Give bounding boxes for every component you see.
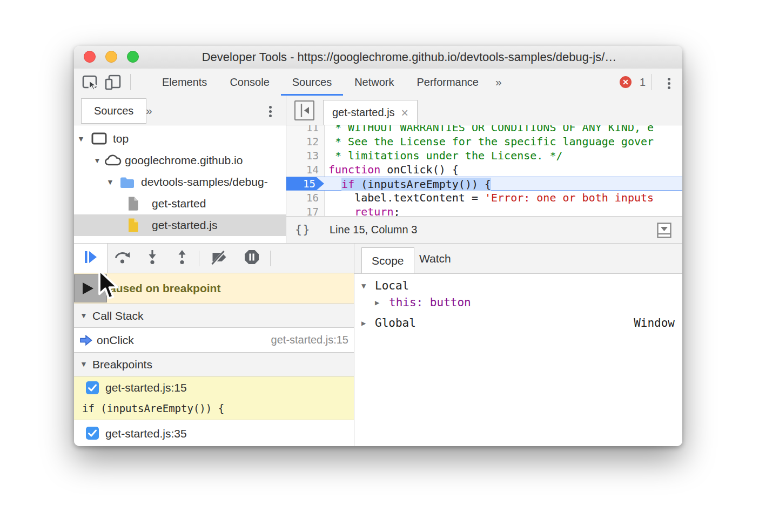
close-window-button[interactable] xyxy=(84,51,96,63)
tree-item-label: top xyxy=(113,128,129,150)
line-number[interactable]: 16 xyxy=(286,191,319,205)
collapse-triangle-icon[interactable]: ▶ xyxy=(361,315,366,331)
resume-button[interactable] xyxy=(74,244,108,273)
collapse-triangle-icon[interactable]: ▼ xyxy=(80,304,88,327)
hide-navigator-icon[interactable] xyxy=(294,100,314,120)
code-line[interactable]: 13 * limitations under the License. */ xyxy=(286,149,682,163)
collapse-triangle-icon[interactable]: ▼ xyxy=(80,353,88,376)
device-toolbar-icon[interactable] xyxy=(104,74,122,93)
execution-line-number-badge[interactable]: 15 xyxy=(286,177,324,190)
code-line[interactable]: 11 * WITHOUT WARRANTIES OR CONDITIONS OF… xyxy=(286,125,682,134)
code-line[interactable]: 12 * See the License for the specific la… xyxy=(286,134,682,149)
line-number[interactable]: 11 xyxy=(286,125,319,134)
pause-on-exceptions-button[interactable] xyxy=(244,250,260,267)
code-line-text: label.textContent = 'Error: one or both … xyxy=(328,191,682,205)
toolbar-separator xyxy=(130,74,131,90)
kebab-menu-icon[interactable] xyxy=(668,76,670,91)
step-out-icon xyxy=(176,257,189,266)
js-file-icon xyxy=(127,218,139,235)
scope-entry-local[interactable]: ▼Local xyxy=(354,278,682,294)
file-tree: ▼top▼googlechrome.github.io▼devtools-sam… xyxy=(74,125,286,243)
call-stack-header[interactable]: ▼ Call Stack xyxy=(74,304,354,328)
tab-sources[interactable]: Sources xyxy=(281,69,343,96)
show-drawer-icon[interactable] xyxy=(657,223,671,240)
pretty-print-icon[interactable]: {} xyxy=(295,217,311,242)
line-number[interactable]: 13 xyxy=(286,149,319,163)
tab-console[interactable]: Console xyxy=(218,69,280,96)
step-over-icon xyxy=(114,257,132,266)
breakpoint-checkbox[interactable] xyxy=(86,427,99,440)
tree-item-label: devtools-samples/debug- xyxy=(141,171,268,193)
scope-entry-label: this: button xyxy=(389,294,471,311)
expand-triangle-icon[interactable]: ▼ xyxy=(93,150,101,171)
tree-item-label: googlechrome.github.io xyxy=(125,150,243,171)
breakpoints-header[interactable]: ▼ Breakpoints xyxy=(74,352,354,376)
tab-scope[interactable]: Scope xyxy=(361,247,414,273)
tree-item-top[interactable]: ▼top xyxy=(74,128,286,150)
line-number[interactable]: 17 xyxy=(286,205,319,216)
expand-triangle-icon[interactable]: ▼ xyxy=(106,171,114,193)
error-badge-icon[interactable]: ✕ xyxy=(620,76,632,88)
code-token: label.textContent = xyxy=(328,191,485,204)
main-toolbar: ElementsConsoleSourcesNetworkPerformance… xyxy=(74,69,682,96)
step-into-button[interactable] xyxy=(146,250,159,267)
step-into-icon xyxy=(146,257,159,266)
minimize-window-button[interactable] xyxy=(105,51,117,63)
tree-item-get-started[interactable]: get-started xyxy=(74,193,286,214)
paused-message: Paused on breakpoint xyxy=(102,273,220,304)
expand-triangle-icon[interactable]: ▼ xyxy=(77,128,85,150)
kebab-menu-icon[interactable] xyxy=(269,104,272,119)
code-line-text: * WITHOUT WARRANTIES OR CONDITIONS OF AN… xyxy=(328,125,682,134)
line-number[interactable]: 14 xyxy=(286,163,319,177)
call-stack-frame[interactable]: onClickget-started.js:15 xyxy=(74,328,354,352)
execution-line[interactable]: 15 if (inputsAreEmpty()) { xyxy=(286,177,682,191)
breakpoint-checkbox[interactable] xyxy=(86,381,99,394)
step-out-button[interactable] xyxy=(176,250,189,267)
navigator-tabbar: Sources » xyxy=(74,96,286,125)
expand-triangle-icon[interactable]: ▼ xyxy=(361,278,366,294)
tab-elements[interactable]: Elements xyxy=(151,69,218,96)
breakpoint-location: get-started.js:15 xyxy=(105,376,187,399)
tree-item-label: get-started.js xyxy=(152,214,217,236)
code-token: if xyxy=(341,178,354,191)
navigator-tab-sources[interactable]: Sources xyxy=(81,98,146,124)
scope-entry-this[interactable]: ▶this: button xyxy=(354,294,682,311)
tree-item-devtools-samples-debug-[interactable]: ▼devtools-samples/debug- xyxy=(74,171,286,193)
breakpoint-entry[interactable]: get-started.js:15if (inputsAreEmpty()) { xyxy=(74,376,354,420)
scope-entry-global[interactable]: ▶GlobalWindow xyxy=(354,315,682,331)
code-line-text: * limitations under the License. */ xyxy=(328,149,682,163)
code-line[interactable]: 16 label.textContent = 'Error: one or bo… xyxy=(286,191,682,205)
window-title: Developer Tools - https://googlechrome.g… xyxy=(144,46,674,68)
current-frame-arrow-icon xyxy=(79,335,93,348)
tree-item-googlechrome-github-io[interactable]: ▼googlechrome.github.io xyxy=(74,150,286,171)
step-over-button[interactable] xyxy=(114,250,132,267)
breakpoint-entry[interactable]: get-started.js:35 xyxy=(74,420,354,446)
code-line[interactable]: 17 return; xyxy=(286,205,682,216)
code-token: onClick() { xyxy=(380,163,459,176)
code-token: * See the License for the specific langu… xyxy=(328,135,654,148)
folder-icon xyxy=(119,176,135,191)
code-editor[interactable]: 11 * WITHOUT WARRANTIES OR CONDITIONS OF… xyxy=(286,125,682,216)
more-tabs-chevron[interactable]: » xyxy=(490,69,507,96)
editor-pane: get-started.js × 11 * WITHOUT WARRANTIES… xyxy=(286,96,682,243)
line-number[interactable]: 12 xyxy=(286,134,319,149)
code-line[interactable]: 14function onClick() { xyxy=(286,163,682,177)
zoom-window-button[interactable] xyxy=(127,51,139,63)
section-title: Call Stack xyxy=(92,304,144,327)
code-line-text: return; xyxy=(328,205,682,216)
inspect-cursor-icon[interactable] xyxy=(82,74,98,93)
screenshot-canvas: Developer Tools - https://googlechrome.g… xyxy=(0,0,759,532)
deactivate-breakpoints-button[interactable] xyxy=(211,250,230,267)
frame-icon xyxy=(91,132,107,147)
tab-performance[interactable]: Performance xyxy=(406,69,491,96)
navigator-more-tabs-chevron[interactable]: » xyxy=(146,96,152,125)
tree-item-get-started-js[interactable]: get-started.js xyxy=(74,214,286,236)
tab-network[interactable]: Network xyxy=(343,69,405,96)
tab-watch[interactable]: Watch xyxy=(414,244,456,274)
cursor-position: Line 15, Column 3 xyxy=(330,217,417,243)
editor-tab-get-started-js[interactable]: get-started.js × xyxy=(323,100,418,125)
close-tab-icon[interactable]: × xyxy=(401,107,408,118)
sidebar-tabbar: Scope Watch xyxy=(354,244,682,274)
cloud-icon xyxy=(104,154,122,169)
collapse-triangle-icon[interactable]: ▶ xyxy=(375,294,379,311)
